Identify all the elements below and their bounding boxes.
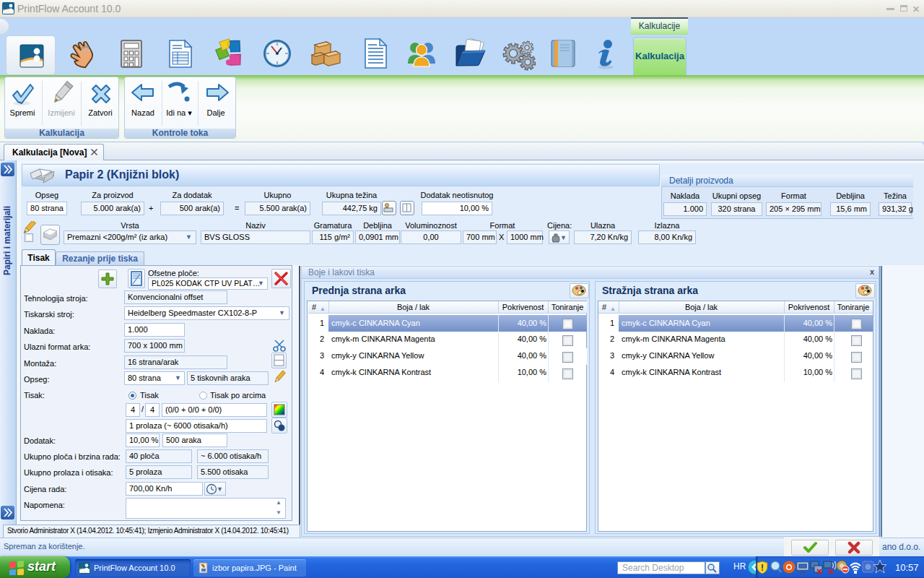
svg-text:!: ! bbox=[761, 563, 764, 573]
